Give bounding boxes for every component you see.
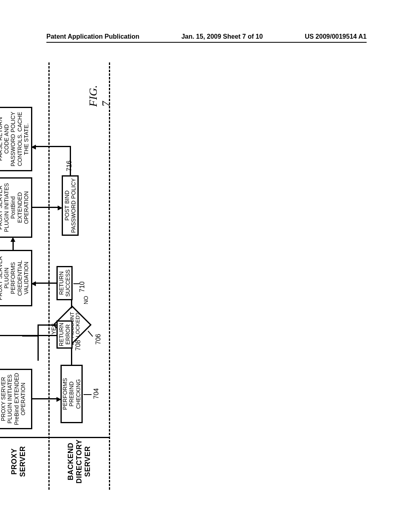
box-710-text: RETURN SUCCESS	[58, 269, 71, 297]
label-separator	[0, 437, 109, 438]
header-right: US 2009/0019514 A1	[305, 33, 367, 40]
box-708-text: RETURN ERROR	[58, 323, 71, 346]
box-712: PROXY SERVER PLUGIN PERFORMS CREDENTIAL …	[0, 250, 32, 306]
diagram: CLIENT PROXY SERVER BACKEND DIRECTORY SE…	[0, 119, 413, 429]
lane-backend-label: BACKEND DIRECTORY SERVER	[67, 437, 92, 486]
ref-716: 716	[66, 160, 73, 171]
box-702-text: PROXY SERVER PLUGIN INITIATES PreBind EX…	[0, 372, 26, 426]
box-718: PARSE RETURN CODE AND PASSWORD POLICY CO…	[0, 107, 32, 171]
lead-710	[73, 283, 79, 284]
ref-704: 704	[93, 388, 100, 399]
lane-proxy-label: PROXY SERVER	[10, 441, 27, 482]
header-center: Jan. 15, 2009 Sheet 7 of 10	[181, 33, 263, 40]
ref-706: 706	[95, 334, 102, 345]
header-rule	[46, 42, 367, 43]
box-716: POST BIND PASSWORD POLICY	[62, 175, 79, 236]
dash-bottom	[109, 62, 110, 490]
arrow-716-718h	[70, 146, 71, 175]
header-left: Patent Application Publication	[46, 33, 140, 40]
box-710: RETURN SUCCESS	[56, 266, 73, 300]
box-702: PROXY SERVER PLUGIN INITIATES PreBind EX…	[0, 369, 32, 429]
arrow-714-716	[32, 207, 60, 208]
arrow-710-712	[34, 283, 56, 284]
ref-710: 710	[79, 281, 86, 292]
box-704-text: PERFORMS PREBIND CHECKING	[62, 368, 81, 420]
page-header: Patent Application Publication Jan. 15, …	[0, 33, 413, 40]
box-704: PERFORMS PREBIND CHECKING	[60, 365, 83, 423]
box-714-text: PROXY SERVER PLUGIN INITIATES PostBind E…	[0, 180, 29, 235]
lead-706	[88, 330, 93, 337]
box-718-text: PARSE RETURN CODE AND PASSWORD POLICY CO…	[0, 110, 29, 168]
arrow-706-708h	[38, 324, 39, 361]
box-708: RETURN ERROR	[56, 320, 73, 349]
label-no: NO	[83, 296, 89, 304]
arrow-702-704	[32, 398, 58, 399]
arrow-708-720	[0, 335, 56, 336]
box-714: PROXY SERVER PLUGIN INITIATES PostBind E…	[0, 177, 32, 238]
ref-708: 708	[75, 340, 82, 351]
lead-704	[83, 394, 92, 395]
box-716-text: POST BIND PASSWORD POLICY	[64, 178, 77, 233]
arrow-716-718v	[34, 146, 71, 147]
dash-proxy-backend	[48, 62, 50, 490]
figure-label: FIG. 7	[87, 85, 113, 107]
arrow-706-708v	[38, 324, 56, 326]
box-712-text: PROXY SERVER PLUGIN PERFORMS CREDENTIAL …	[0, 253, 29, 303]
